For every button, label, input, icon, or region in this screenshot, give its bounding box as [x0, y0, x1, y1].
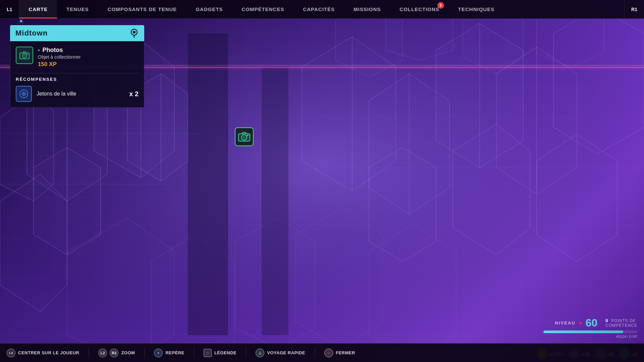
- l2-button: L2: [98, 349, 107, 357]
- skill-points-block: 0 POINTS DE COMPÉTENCE: [605, 318, 637, 328]
- points-label: POINTS DE: [611, 318, 636, 323]
- hint-repere-label: REPÈRE: [165, 350, 184, 355]
- svg-marker-25: [537, 134, 617, 261]
- item-details: • Photos Objet à collectionner 150 XP: [38, 47, 81, 68]
- l3-button: L3: [7, 349, 15, 357]
- panel-location: Midtown: [15, 29, 48, 38]
- reward-row: Jetons de la ville x 2: [16, 86, 139, 102]
- points-value: 0 POINTS DE: [605, 318, 636, 323]
- nav-item-capacites[interactable]: CAPACITÉS: [293, 0, 344, 18]
- camera-icon-box: [16, 47, 33, 64]
- marker-icon-box: [235, 127, 254, 146]
- reward-count: x 2: [129, 90, 139, 98]
- nav-item-techniques[interactable]: TECHNIQUES: [449, 0, 504, 18]
- separator-3: [194, 348, 194, 358]
- xp-text: 45124 / 0 XP: [616, 335, 637, 339]
- level-row: NIVEAU 60 0 POINTS DE COMPÉTENCE: [555, 317, 637, 329]
- hint-fermer-label: FERMER: [336, 350, 355, 355]
- competence-label: COMPÉTENCE: [605, 323, 637, 328]
- separator-2: [144, 348, 145, 358]
- top-navigation: L1 CARTETENUESCOMPOSANTS DE TENUEGADGETS…: [0, 0, 644, 19]
- hint-center: L3 CENTRER SUR LE JOUEUR: [7, 349, 79, 357]
- hint-repere: × REPÈRE: [154, 349, 184, 357]
- l1-button: L1: [7, 7, 12, 12]
- separator-4: [246, 348, 246, 358]
- hint-voyage-label: VOYAGE RAPIDE: [267, 350, 305, 355]
- map-camera-marker[interactable]: [235, 127, 254, 146]
- collectible-item: • Photos Objet à collectionner 150 XP: [16, 47, 139, 68]
- hint-voyage: △ VOYAGE RAPIDE: [256, 349, 305, 357]
- xp-bar-fill: [543, 330, 623, 333]
- svg-point-46: [23, 55, 25, 57]
- svg-rect-53: [247, 135, 249, 136]
- svg-marker-24: [453, 124, 530, 255]
- item-xp: 150 XP: [38, 61, 81, 68]
- svg-rect-36: [262, 67, 288, 335]
- hint-legende-label: LÉGENDE: [214, 350, 236, 355]
- nav-items: CARTETENUESCOMPOSANTS DE TENUEGADGETSCOM…: [19, 0, 624, 18]
- svg-point-49: [22, 92, 25, 96]
- hint-zoom: L2 R2 ZOOM: [98, 349, 135, 357]
- level-value: 60: [586, 317, 598, 329]
- nav-item-competences[interactable]: COMPÉTENCES: [232, 0, 294, 18]
- level-dot: [580, 322, 582, 324]
- bottom-hints-bar: L3 CENTRER SUR LE JOUEUR L2 R2 ZOOM × RE…: [0, 343, 644, 362]
- hint-center-label: CENTRER SUR LE JOUEUR: [18, 350, 79, 355]
- hint-fermer: ○ FERMER: [324, 349, 355, 357]
- nav-item-collections[interactable]: COLLECTIONS3: [390, 0, 449, 18]
- nav-right-trigger[interactable]: R1: [624, 0, 644, 18]
- nav-item-missions[interactable]: MISSIONS: [344, 0, 390, 18]
- player-indicator: [20, 20, 22, 22]
- reward-name: Jetons de la ville: [37, 91, 124, 97]
- panel-title-bar: Midtown: [10, 25, 144, 41]
- separator-1: [89, 348, 89, 358]
- nav-badge-collections: 3: [437, 2, 444, 9]
- svg-point-42: [133, 31, 136, 34]
- xp-bar-container: [543, 330, 637, 333]
- panel-divider: [16, 73, 139, 73]
- svg-marker-34: [369, 225, 456, 362]
- nav-left-trigger[interactable]: L1: [0, 0, 19, 18]
- svg-rect-47: [26, 54, 28, 55]
- triangle-button: △: [256, 349, 264, 357]
- level-label: NIVEAU: [555, 320, 576, 325]
- svg-marker-13: [0, 174, 67, 312]
- nav-item-tenues[interactable]: TENUES: [57, 0, 98, 18]
- hint-zoom-label: ZOOM: [121, 350, 135, 355]
- square-button: □: [204, 349, 212, 357]
- separator-5: [315, 348, 315, 358]
- r1-button: R1: [631, 7, 637, 12]
- panel-body: • Photos Objet à collectionner 150 XP RÉ…: [10, 41, 144, 108]
- item-name: Photos: [43, 47, 63, 54]
- cross-button: ×: [154, 349, 163, 357]
- info-panel: Midtown • Phot: [10, 25, 144, 108]
- nav-item-gadgets[interactable]: GADGETS: [186, 0, 232, 18]
- stats-panel: NIVEAU 60 0 POINTS DE COMPÉTENCE 45124 /…: [543, 317, 637, 339]
- hint-legende: □ LÉGENDE: [204, 349, 236, 357]
- item-bullet: •: [38, 47, 40, 53]
- location-icon: [129, 28, 139, 38]
- nav-item-composants[interactable]: COMPOSANTS DE TENUE: [98, 0, 186, 18]
- svg-rect-35: [188, 34, 228, 335]
- r2-button: R2: [110, 349, 118, 357]
- circle-button: ○: [324, 349, 333, 357]
- item-type: Objet à collectionner: [38, 54, 81, 60]
- rewards-title: RÉCOMPENSES: [16, 77, 139, 82]
- nav-item-carte[interactable]: CARTE: [19, 0, 57, 18]
- svg-point-52: [243, 136, 246, 139]
- reward-icon: [16, 86, 32, 102]
